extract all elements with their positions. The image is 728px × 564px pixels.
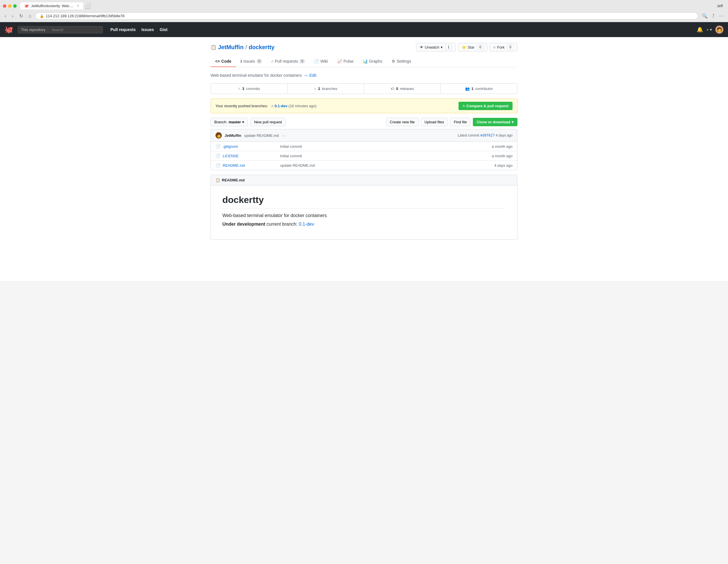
- commit-time: Latest commit 4d9f627 4 days ago: [458, 133, 513, 137]
- latest-commit-row: 🧑 JetMuffin update README.md ··· Latest …: [211, 129, 517, 142]
- commits-count: 3: [242, 86, 244, 91]
- repo-description: Web-based terminal emulator for docker c…: [211, 73, 517, 78]
- search-area[interactable]: This repository: [18, 26, 103, 33]
- releases-count: 0: [396, 86, 398, 91]
- fork-button[interactable]: ⑃ Fork 0: [490, 43, 517, 51]
- latest-commit-prefix: Latest commit: [458, 133, 479, 137]
- nav-gist[interactable]: Gist: [160, 27, 167, 32]
- upload-files-button[interactable]: Upload files: [421, 118, 448, 126]
- find-file-button[interactable]: Find file: [450, 118, 471, 126]
- browser-dots: [3, 4, 17, 8]
- search-input[interactable]: [51, 28, 100, 32]
- tab-pull-requests[interactable]: ⑃ Pull requests 0: [267, 56, 310, 67]
- top-nav: 🐙 This repository Pull requests Issues G…: [0, 22, 728, 37]
- tab-code[interactable]: <> Code: [211, 56, 236, 67]
- releases-label: releases: [400, 86, 414, 91]
- table-row: 📄 README.md update README.md 4 days ago: [211, 161, 517, 170]
- extensions-button[interactable]: 🔍: [700, 13, 709, 19]
- tab-pulse[interactable]: 📈 Pulse: [333, 56, 358, 67]
- repo-header: 📋 JetMuffin / dockertty 👁 Unwatch ▾ 1 ⭐ …: [211, 43, 517, 51]
- pushed-branch-name[interactable]: 0.1-dev: [275, 104, 288, 108]
- compare-pull-request-button[interactable]: ⑃ Compare & pull request: [459, 102, 513, 110]
- pulse-icon: 📈: [337, 59, 342, 63]
- commit-author-name[interactable]: JetMuffin: [225, 133, 241, 138]
- tab-issues-label: Issues: [243, 59, 255, 63]
- repo-separator: /: [245, 44, 247, 51]
- compare-label: Compare & pull request: [466, 104, 509, 108]
- user-name: Jeff: [717, 4, 725, 8]
- readme-title: dockertty: [222, 194, 506, 208]
- address-bar[interactable]: 🔒 114.212.189.126:21888/terminal/9fb1395…: [35, 12, 698, 20]
- share-button[interactable]: ⤴: [711, 13, 716, 19]
- tab-graphs-label: Graphs: [369, 59, 382, 63]
- star-button[interactable]: ⭐ Star 0: [458, 43, 488, 51]
- minimize-dot[interactable]: [8, 4, 11, 8]
- more-button[interactable]: ⋯: [718, 13, 725, 19]
- branch-selector-button[interactable]: Branch: master ▾: [211, 118, 248, 126]
- graphs-icon: 📊: [363, 59, 368, 63]
- file-toolbar: Branch: master ▾ New pull request Create…: [211, 118, 517, 126]
- back-button[interactable]: ‹: [3, 13, 8, 19]
- branches-icon: ⑃: [314, 86, 316, 91]
- main-content: 📋 JetMuffin / dockertty 👁 Unwatch ▾ 1 ⭐ …: [206, 37, 522, 245]
- repo-name-link[interactable]: dockertty: [249, 44, 274, 51]
- close-dot[interactable]: [3, 4, 6, 8]
- unwatch-button[interactable]: 👁 Unwatch ▾ 1: [416, 43, 456, 51]
- commit-ellipsis[interactable]: ···: [282, 133, 285, 138]
- notification-bell-icon[interactable]: 🔔: [697, 26, 703, 33]
- home-button[interactable]: ⌂: [27, 13, 33, 19]
- description-edit[interactable]: — Edit: [304, 73, 316, 78]
- file-age: 4 days ago: [494, 163, 513, 167]
- file-commit-message: update README.md: [280, 163, 494, 167]
- new-tab-button[interactable]: ⬜: [84, 3, 91, 9]
- new-pull-request-button[interactable]: New pull request: [250, 118, 286, 126]
- create-new-file-button[interactable]: Create new file: [386, 118, 419, 126]
- branches-stat[interactable]: ⑃ 2 branches: [288, 84, 364, 94]
- tab-issues[interactable]: ℹ Issues 0: [236, 56, 266, 67]
- repo-icon: 📋: [211, 45, 216, 50]
- tab-title: JetMuffin/dockertty: Web-ba...: [31, 4, 74, 8]
- refresh-button[interactable]: ↻: [18, 13, 25, 19]
- tab-settings[interactable]: ⚙ Settings: [387, 56, 416, 67]
- commits-icon: ⑃: [238, 86, 240, 91]
- releases-stat[interactable]: 🏷 0 releases: [364, 84, 441, 94]
- commit-hash-link[interactable]: 4d9f627: [480, 133, 495, 137]
- branch-dropdown-icon: ▾: [242, 120, 244, 124]
- fork-label: Fork: [497, 45, 504, 49]
- nav-issues[interactable]: Issues: [141, 27, 154, 32]
- avatar[interactable]: 🧑: [715, 26, 723, 34]
- readme-dev-link[interactable]: 0.1-dev: [299, 222, 314, 226]
- file-name-link[interactable]: LICENSE: [223, 154, 280, 158]
- nav-pull-requests[interactable]: Pull requests: [110, 27, 136, 32]
- tab-close-icon[interactable]: ✕: [77, 4, 79, 8]
- clone-dropdown-icon: ▾: [512, 120, 514, 124]
- star-count: 0: [477, 45, 484, 50]
- clone-or-download-button[interactable]: Clone or download ▾: [473, 118, 517, 126]
- branches-count: 2: [318, 86, 320, 91]
- browser-tab[interactable]: 🐙 JetMuffin/dockertty: Web-ba... ✕: [20, 2, 83, 9]
- nav-right-buttons: 🔍 ⤴ ⋯: [700, 13, 725, 19]
- tab-graphs[interactable]: 📊 Graphs: [358, 56, 387, 67]
- file-name-link[interactable]: .gitignore: [223, 144, 280, 149]
- repo-owner-link[interactable]: JetMuffin: [218, 44, 244, 51]
- file-commit-message: Initial commit: [280, 154, 492, 158]
- file-name-link[interactable]: README.md: [223, 163, 280, 167]
- contributors-stat[interactable]: 👥 1 contributor: [441, 84, 517, 94]
- forward-button[interactable]: ›: [10, 13, 15, 19]
- fullscreen-dot[interactable]: [13, 4, 17, 8]
- pushed-branch-time: (16 minutes ago): [288, 104, 317, 108]
- contributors-label: contributor: [475, 86, 493, 91]
- branches-label: branches: [322, 86, 337, 91]
- tab-wiki-label: Wiki: [320, 59, 328, 63]
- commits-stat[interactable]: ⑃ 3 commits: [211, 84, 288, 94]
- tab-favicon: 🐙: [24, 4, 29, 8]
- recently-pushed-info: Your recently pushed branches: ⑃ 0.1-dev…: [215, 104, 317, 108]
- file-age: a month ago: [492, 144, 513, 149]
- browser-titlebar: 🐙 JetMuffin/dockertty: Web-ba... ✕ ⬜ Jef…: [3, 2, 725, 9]
- wiki-icon: 📄: [314, 59, 319, 63]
- file-icon: 📄: [215, 163, 220, 167]
- github-logo[interactable]: 🐙: [5, 26, 13, 34]
- create-new-button[interactable]: + ▾: [706, 27, 712, 32]
- readme-dev-text: current branch:: [267, 222, 299, 226]
- tab-wiki[interactable]: 📄 Wiki: [309, 56, 332, 67]
